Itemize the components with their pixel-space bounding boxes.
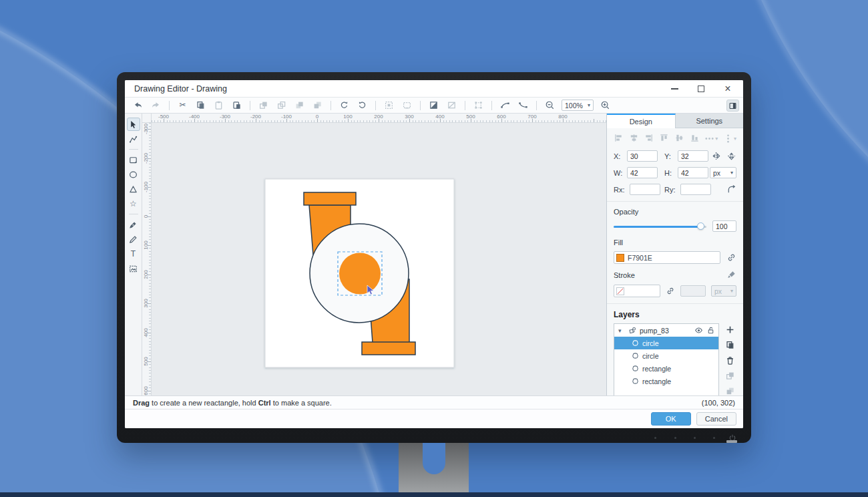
tool-pencil[interactable] [127, 232, 140, 246]
corner-radius-icon[interactable] [726, 184, 736, 194]
shadow-button[interactable] [426, 99, 441, 112]
group-select-button[interactable] [381, 99, 397, 112]
align-bottom-icon [690, 133, 700, 143]
link-icon[interactable] [726, 253, 736, 263]
rotate-counterclockwise-button[interactable] [355, 99, 370, 112]
maximize-button[interactable] [692, 82, 710, 96]
transform-button[interactable] [471, 99, 486, 112]
tool-rectangle[interactable] [127, 153, 140, 166]
selected-inner-circle[interactable] [339, 253, 381, 295]
unlocked-icon[interactable] [706, 326, 715, 335]
paste-special-button[interactable] [229, 99, 244, 112]
cancel-button[interactable]: Cancel [696, 412, 736, 426]
toggle-panel-button[interactable] [726, 100, 739, 112]
tool-select[interactable] [127, 118, 140, 131]
align-left-button[interactable] [614, 133, 624, 144]
drawing-editor-window: Drawing Editor - Drawing × ✂100%▾ ☆T -50… [125, 80, 743, 428]
bring-to-front-button[interactable] [256, 99, 271, 112]
copy-button[interactable] [193, 99, 208, 112]
send-backward-button[interactable] [310, 99, 325, 112]
cut-button[interactable]: ✂ [175, 99, 190, 112]
layer-item-circle[interactable]: circle [614, 337, 718, 349]
flip-horizontal-icon[interactable] [711, 151, 721, 161]
add-layer-button[interactable] [724, 324, 735, 335]
status-bar: Drag to create a new reactangle, hold Ct… [125, 395, 743, 409]
zoom-level-select[interactable]: 100%▾ [562, 100, 594, 111]
w-label: W: [614, 169, 627, 177]
layer-item-rectangle[interactable]: rectangle [614, 362, 718, 375]
width-input[interactable] [627, 167, 658, 178]
minimize-button[interactable] [666, 82, 683, 96]
tab-settings[interactable]: Settings [676, 114, 744, 128]
tool-text[interactable]: T [127, 247, 140, 261]
layer-item-circle[interactable]: circle [614, 349, 718, 362]
ruler-corner [142, 114, 152, 123]
distribute-horizontal-menu[interactable]: ▾ [704, 134, 718, 144]
tab-design[interactable]: Design [607, 114, 676, 128]
edit-group-button[interactable] [399, 99, 415, 112]
rx-input[interactable] [630, 184, 660, 195]
palette-divider [129, 149, 138, 150]
distribute-vertical-menu[interactable]: ▾ [723, 134, 736, 144]
corner-node-button[interactable] [515, 99, 531, 112]
zoom-in-button[interactable] [598, 99, 613, 112]
bezel-button-dot[interactable] [654, 437, 656, 439]
paste-button[interactable] [211, 99, 226, 112]
rotate-clockwise-button[interactable] [337, 99, 352, 112]
stroke-color-field[interactable] [614, 285, 660, 297]
rx-label: Rx: [614, 186, 630, 194]
cut-icon: ✂ [178, 100, 188, 110]
delete-layer-button[interactable] [724, 355, 735, 365]
align-bottom-button[interactable] [690, 133, 700, 144]
tool-pen[interactable] [127, 218, 140, 231]
smooth-node-button[interactable] [497, 99, 513, 112]
height-input[interactable] [678, 167, 708, 178]
drawing-canvas[interactable] [152, 123, 606, 395]
gradient-button[interactable] [444, 99, 459, 112]
tool-ellipse[interactable] [127, 168, 140, 181]
align-middle-vertical-button[interactable] [674, 133, 684, 144]
pump-flange-bottom[interactable] [362, 342, 415, 355]
ok-button[interactable]: OK [651, 412, 691, 426]
layer-item-label: circle [642, 352, 659, 360]
bezel-button-dot[interactable] [713, 437, 715, 439]
fill-color-field[interactable]: F7901E [614, 251, 720, 264]
paint-brush-icon[interactable] [726, 270, 736, 280]
align-top-button[interactable] [659, 133, 669, 144]
tool-polyline[interactable] [127, 132, 140, 146]
tool-star[interactable]: ☆ [127, 197, 140, 210]
stroke-width-input[interactable] [680, 285, 706, 297]
bezel-button-dot[interactable] [694, 437, 696, 439]
opacity-input[interactable] [712, 220, 736, 232]
flip-vertical-icon[interactable] [726, 151, 736, 161]
move-layer-up-button[interactable] [724, 370, 735, 381]
zoom-out-button[interactable] [542, 99, 558, 112]
rotate-counterclockwise-icon [357, 100, 367, 110]
size-row: W: H: px ▾ [614, 167, 736, 178]
layer-group-row[interactable]: ▾pump_83 [614, 324, 718, 337]
tool-image[interactable] [127, 262, 140, 275]
align-center-horizontal-button[interactable] [629, 133, 639, 144]
tree-expand-icon[interactable]: ▾ [618, 327, 625, 334]
move-layer-down-button[interactable] [724, 385, 735, 395]
link-icon[interactable] [666, 286, 675, 296]
bezel-button-dot[interactable] [674, 437, 676, 439]
layer-item-rectangle[interactable]: rectangle [614, 375, 718, 387]
undo-button[interactable] [130, 99, 146, 112]
visibility-eye-icon[interactable] [694, 326, 703, 335]
align-right-button[interactable] [644, 133, 654, 144]
pump-flange-top[interactable] [304, 192, 356, 205]
slider-knob[interactable] [697, 222, 704, 230]
y-input[interactable] [678, 150, 708, 162]
send-to-back-button[interactable] [274, 99, 289, 112]
ry-input[interactable] [680, 184, 711, 195]
x-input[interactable] [627, 150, 658, 162]
bring-forward-button[interactable] [292, 99, 307, 112]
tool-triangle[interactable] [127, 182, 140, 196]
close-button[interactable]: × [719, 82, 736, 96]
unit-select[interactable]: px ▾ [710, 167, 736, 178]
opacity-slider[interactable] [614, 222, 706, 231]
redo-button[interactable] [148, 99, 164, 112]
duplicate-layer-button[interactable] [724, 339, 735, 350]
align-top-icon [659, 133, 669, 143]
